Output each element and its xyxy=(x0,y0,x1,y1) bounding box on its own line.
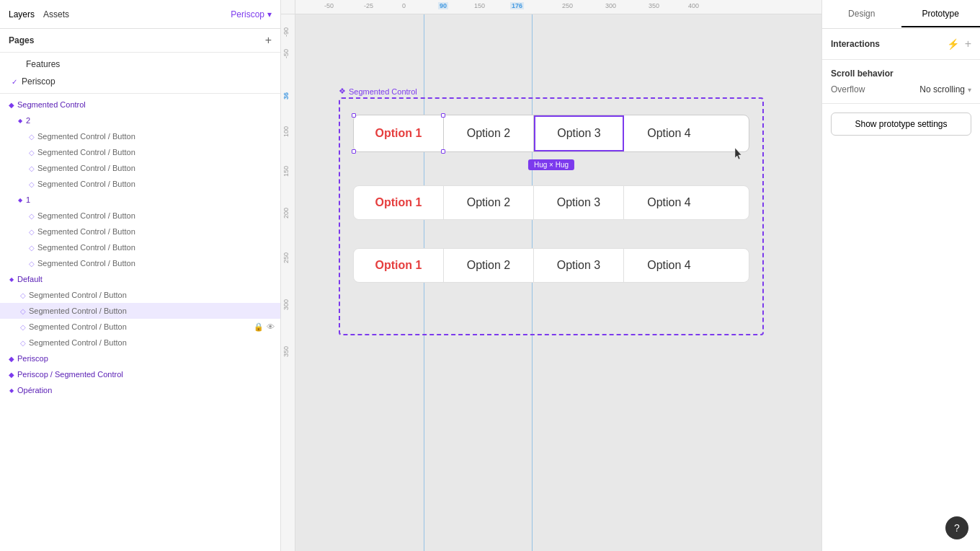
lock-icon[interactable]: 🔒 xyxy=(254,322,264,332)
seg-option-4[interactable]: Option 4 xyxy=(624,115,714,151)
seg-option-2[interactable]: Option 2 xyxy=(444,115,534,151)
diamond-outline-icon: ◇ xyxy=(26,146,37,158)
page-item-periscop[interactable]: ✓ Periscop xyxy=(0,73,280,90)
layer-label: Periscop xyxy=(17,354,280,363)
overflow-label: Overflow xyxy=(831,84,865,94)
frame-label: ❖ Segmented Control xyxy=(339,87,417,96)
overflow-value[interactable]: No scrolling ▾ xyxy=(919,84,971,94)
ruler-mark: 300 xyxy=(605,2,616,9)
ruler-mark-highlighted: 90 xyxy=(438,2,448,9)
row3-option-2-label: Option 2 xyxy=(467,259,510,272)
ruler-mark: -50 xyxy=(324,2,334,9)
seg-row3-opt2[interactable]: Option 2 xyxy=(444,249,534,282)
layer-sc-btn-5[interactable]: ◇ Segmented Control / Button xyxy=(0,208,280,224)
layer-default[interactable]: ◆ Default xyxy=(0,271,280,287)
seg-row3-opt4[interactable]: Option 4 xyxy=(624,249,714,282)
layer-label: Segmented Control / Button xyxy=(29,322,254,331)
diamond-outline-icon: ◇ xyxy=(26,162,37,174)
pages-title: Pages xyxy=(9,35,265,45)
option-4-label: Option 4 xyxy=(647,127,690,140)
segmented-control-frame[interactable]: Option 1 Option 2 Option 3 Option 4 Hug … xyxy=(339,97,764,335)
layer-periscop-sc[interactable]: ◆ Periscop / Segmented Control xyxy=(0,366,280,382)
ruler-mark: -25 xyxy=(364,2,373,9)
seg-option-1-active[interactable]: Option 1 xyxy=(354,115,444,151)
diamond-small-icon: ◆ xyxy=(6,273,17,285)
seg-row2-opt3[interactable]: Option 3 xyxy=(534,186,624,219)
option-2-label: Option 2 xyxy=(467,127,510,140)
ruler-top: -50 -25 0 90 150 176 250 300 350 400 xyxy=(281,0,821,14)
ruler-mark: 0 xyxy=(402,2,406,9)
layer-label: Segmented Control / Button xyxy=(37,164,280,172)
layer-label: Default xyxy=(17,275,280,283)
seg-row3-opt3[interactable]: Option 3 xyxy=(534,249,624,282)
layer-sc-btn-1[interactable]: ◇ Segmented Control / Button xyxy=(0,128,280,144)
chevron-icon: ▾ xyxy=(968,86,971,94)
layer-label: Periscop / Segmented Control xyxy=(17,370,280,379)
seg-row2-opt1[interactable]: Option 1 xyxy=(354,186,444,219)
seg-row-1: Option 1 Option 2 Option 3 Option 4 Hug … xyxy=(353,115,749,152)
page-item-features[interactable]: Features xyxy=(0,56,280,73)
show-prototype-settings-button[interactable]: Show prototype settings xyxy=(831,113,971,136)
page-label-features: Features xyxy=(26,59,60,69)
hug-badge: Hug × Hug xyxy=(528,159,574,170)
layer-label: Segmented Control / Button xyxy=(37,132,280,141)
help-button[interactable]: ? xyxy=(945,516,968,539)
layer-sc-btn-8[interactable]: ◇ Segmented Control / Button xyxy=(0,255,280,271)
row2-option-4-label: Option 4 xyxy=(647,196,690,209)
seg-row3-opt1[interactable]: Option 1 xyxy=(354,249,444,282)
diamond-small-icon: ◆ xyxy=(14,194,26,206)
overflow-row: Overflow No scrolling ▾ xyxy=(831,84,971,94)
layer-group-2[interactable]: ◆ 2 xyxy=(0,113,280,128)
seg-row2-opt4[interactable]: Option 4 xyxy=(624,186,714,219)
left-panel: Layers Assets Periscop ▾ Pages + Feature… xyxy=(0,0,281,551)
layer-sc-btn-12[interactable]: ◇ Segmented Control / Button xyxy=(0,335,280,351)
layer-label: Segmented Control / Button xyxy=(37,148,280,157)
layer-sc-btn-2[interactable]: ◇ Segmented Control / Button xyxy=(0,144,280,160)
assets-tab[interactable]: Assets xyxy=(43,6,69,22)
diamond-filled-icon: ◆ xyxy=(6,99,17,110)
top-bar: Layers Assets Periscop ▾ xyxy=(0,0,280,29)
layer-sc-btn-7[interactable]: ◇ Segmented Control / Button xyxy=(0,239,280,255)
lightning-icon[interactable]: ⚡ xyxy=(947,38,959,50)
diamond-outline-icon: ◇ xyxy=(26,257,37,269)
diamond-outline-icon: ◇ xyxy=(26,131,37,142)
diamond-small-icon: ◆ xyxy=(14,115,26,126)
layer-label: Segmented Control xyxy=(17,100,280,109)
layer-sc-btn-9[interactable]: ◇ Segmented Control / Button xyxy=(0,287,280,303)
add-page-button[interactable]: + xyxy=(265,35,272,46)
diamond-filled-icon: ◆ xyxy=(6,353,17,364)
layer-sc-btn-10[interactable]: ◇ Segmented Control / Button xyxy=(0,303,280,319)
seg-row-2: Option 1 Option 2 Option 3 Option 4 xyxy=(353,185,749,220)
seg-option-3-selected[interactable]: Option 3 xyxy=(534,115,624,151)
layer-label: 2 xyxy=(26,116,280,125)
ruler-left-mark: 300 xyxy=(282,299,290,310)
tab-design[interactable]: Design xyxy=(822,1,901,27)
ruler-mark: 400 xyxy=(688,2,699,9)
tab-prototype[interactable]: Prototype xyxy=(901,1,981,27)
page-list: Features ✓ Periscop xyxy=(0,53,280,94)
layer-sc-btn-3[interactable]: ◇ Segmented Control / Button xyxy=(0,160,280,176)
layer-label: Segmented Control / Button xyxy=(37,243,280,252)
layer-sc-btn-4[interactable]: ◇ Segmented Control / Button xyxy=(0,176,280,192)
project-name[interactable]: Periscop ▾ xyxy=(231,9,272,19)
layer-group-1[interactable]: ◆ 1 xyxy=(0,192,280,208)
right-panel: Design Prototype Interactions ⚡ + Scroll… xyxy=(821,0,980,551)
layer-sc-btn-11[interactable]: ◇ Segmented Control / Button 🔒 👁 xyxy=(0,319,280,335)
interactions-title: Interactions xyxy=(831,39,880,49)
layer-segmented-control[interactable]: ◆ Segmented Control xyxy=(0,97,280,113)
diamond-outline-icon: ◇ xyxy=(17,305,29,317)
layer-sc-btn-6[interactable]: ◇ Segmented Control / Button xyxy=(0,224,280,239)
seg-row-3: Option 1 Option 2 Option 3 Option 4 xyxy=(353,248,749,283)
layer-label: Segmented Control / Button xyxy=(29,338,280,347)
layer-operation[interactable]: ◆ Opération xyxy=(0,382,280,398)
eye-icon[interactable]: 👁 xyxy=(267,322,275,332)
diamond-outline-icon: ◇ xyxy=(26,210,37,221)
layer-periscop[interactable]: ◆ Periscop xyxy=(0,351,280,366)
diamond-outline-icon: ◇ xyxy=(17,321,29,332)
scroll-behavior-title: Scroll behavior xyxy=(831,69,971,79)
page-label-periscop: Periscop xyxy=(22,76,55,87)
seg-row2-opt2[interactable]: Option 2 xyxy=(444,186,534,219)
add-interaction-icon[interactable]: + xyxy=(965,38,971,50)
layers-tab[interactable]: Layers xyxy=(9,6,35,22)
diamond-outline-icon: ◇ xyxy=(26,242,37,253)
